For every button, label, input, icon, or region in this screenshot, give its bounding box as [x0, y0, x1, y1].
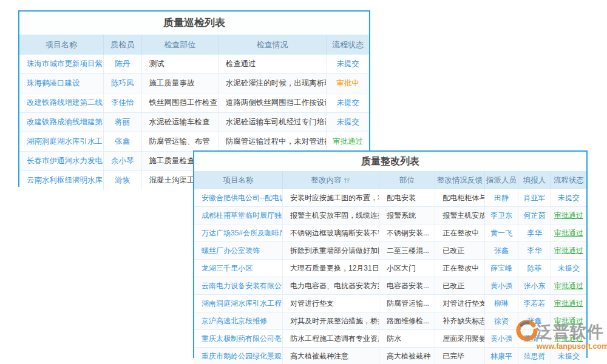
cell-project[interactable]: 湖南洞庭湖水库引水工... [19, 132, 104, 151]
cell-status[interactable]: 审批通过 [551, 224, 586, 241]
cell-part: 水泥砼运输车检查 [142, 113, 219, 132]
cell-reporter[interactable]: 陈菲 [518, 260, 551, 277]
cell-content: 对管进行垫支 [283, 295, 379, 312]
cell-project[interactable]: 珠海市城市更新项目紫... [19, 55, 104, 73]
cell-status[interactable]: 审批通过 [551, 242, 586, 259]
column-header-label: 整改内容 [311, 175, 341, 186]
cell-status[interactable]: 未提交 [327, 113, 369, 132]
cell-reporter[interactable]: 肖亚军 [518, 189, 551, 206]
cell-feedback: 屋面采用聚氨... [435, 330, 484, 347]
column-header-status: 流程状态 [551, 171, 586, 189]
table-row: 螺丝厂办公室装饰拆除到承重墙部分请做好加固...二至三楼混...已改正张鑫李华审… [194, 242, 586, 260]
cell-reporter[interactable]: 何芷茵 [518, 207, 551, 224]
column-header-label: 项目名称 [46, 39, 77, 50]
cell-part: 电容器安装... [379, 277, 435, 294]
cell-inspector[interactable]: 张鑫 [104, 132, 142, 151]
cell-project[interactable]: 重庆太极制药有限公司亳州中... [194, 330, 283, 347]
column-header-label: 流程状态 [554, 175, 584, 186]
cell-assignee[interactable]: 黄小强 [485, 330, 519, 347]
cell-project[interactable]: 安徽合肥供电公司--配电设备... [194, 189, 283, 206]
cell-content: 大理石质量更换，12月31日之... [283, 260, 379, 277]
cell-project[interactable]: 珠海鹤港口建设 [19, 74, 104, 93]
column-header-part: 检查部位 [142, 35, 219, 55]
column-header-content: 整改内容 [283, 171, 379, 189]
cell-project[interactable]: 万达广场35#会所及咖啡厅空... [194, 224, 283, 241]
cell-project[interactable]: 重庆市鹅岭公园绿化景观提升... [194, 348, 283, 364]
column-header-inspector: 质检员 [104, 35, 142, 55]
cell-assignee[interactable]: 黄小强 [485, 277, 519, 294]
cell-feedback: 补齐缺失标志... [435, 312, 484, 329]
cell-status[interactable]: 审批通过 [551, 277, 586, 294]
table-row: 湖南洞庭湖水库引水工...张鑫防腐管运输、布管防腐管运输过程中，未对管进行...… [19, 132, 369, 152]
cell-status[interactable]: 未提交 [327, 93, 369, 112]
cell-assignee[interactable]: 张鑫 [485, 242, 519, 259]
cell-part: 路面维修检... [379, 312, 435, 329]
rectification-table-header: 项目名称整改内容部位整改情况反馈指派人员填报人流程状态 [194, 171, 586, 189]
column-header-project: 项目名称 [19, 35, 104, 55]
cell-feedback: 已完毕 [435, 348, 484, 364]
cell-assignee[interactable]: 李卫东 [485, 207, 519, 224]
cell-feedback: 对管进行垫支 [435, 295, 484, 312]
table-row: 云南电力设备安装有限公司20...电力电容器、电抗器安装方案,...电容器安装.… [194, 277, 586, 295]
cell-status[interactable]: 审批通过 [551, 207, 586, 224]
cell-status[interactable]: 审批通过 [327, 132, 369, 151]
cell-assignee[interactable]: 柳琳 [485, 295, 519, 312]
cell-project[interactable]: 云南水利枢纽潜明水库... [19, 171, 104, 190]
cell-reporter[interactable]: 李若若 [518, 295, 551, 312]
cell-project[interactable]: 改建铁路成渝线增建第... [19, 113, 104, 132]
cell-project[interactable]: 改建铁路线增建第二线... [19, 93, 104, 112]
cell-project[interactable]: 湖南洞庭湖水库引水工程施工标 [194, 295, 283, 312]
column-header-label: 检查情况 [257, 39, 288, 50]
cell-part: 防水 [379, 330, 435, 347]
cell-status[interactable]: 未提交 [551, 189, 586, 206]
cell-assignee[interactable]: 黄一飞 [485, 224, 519, 241]
cell-situation: 水泥砼运输车司机经过专门培训... [219, 113, 327, 132]
fanpu-logo-icon [516, 320, 538, 344]
cell-status[interactable]: 审批通过 [551, 295, 586, 312]
cell-reporter[interactable]: 李华 [518, 242, 551, 259]
table-row: 改建铁路线增建第二线...李佳怡铁丝网围挡工作检查道路两侧铁丝网围挡工作按设计.… [19, 93, 369, 113]
column-header-feedback: 整改情况反馈 [435, 171, 484, 189]
cell-inspector[interactable]: 李佳怡 [104, 93, 142, 112]
table-row: 成都杜甫草堂临时展厅独立展...报警主机安放牢固，线缆连接...报警系统报警主机… [194, 207, 586, 224]
sort-icon[interactable] [344, 177, 350, 184]
cell-feedback: 正在整改中 [435, 260, 484, 277]
page: 质量巡检列表 项目名称质检员检查部位检查情况流程状态 珠海市城市更新项目紫...… [0, 0, 607, 364]
cell-status[interactable]: 未提交 [327, 55, 369, 73]
column-header-label: 指派人员 [486, 175, 517, 186]
cell-project[interactable]: 长春市伊通河水力发电... [19, 152, 104, 170]
cell-project[interactable]: 螺丝厂办公室装饰 [194, 242, 283, 259]
cell-part: 二至三楼混... [379, 242, 435, 259]
cell-assignee[interactable]: 薛宝峰 [485, 260, 519, 277]
cell-status[interactable]: 未提交 [551, 260, 586, 277]
cell-project[interactable]: 龙湖三千里小区 [194, 260, 283, 277]
cell-project[interactable]: 京沪高速北京段维修 [194, 312, 283, 329]
cell-inspector[interactable]: 余小琴 [104, 152, 142, 170]
cell-inspector[interactable]: 游恢 [104, 171, 142, 190]
column-header-label: 项目名称 [223, 175, 253, 186]
cell-situation: 道路两侧铁丝网围挡工作按设计... [219, 93, 327, 112]
cell-project[interactable]: 云南电力设备安装有限公司20... [194, 277, 283, 294]
table-row: 改建铁路成渝线增建第...蒋丽水泥砼运输车检查水泥砼运输车司机经过专门培训...… [19, 113, 369, 132]
cell-part: 小区大门 [379, 260, 435, 277]
cell-inspector[interactable]: 陈丹 [104, 55, 142, 73]
cell-situation: 水泥砼灌注的时候，出现离析现象 [219, 74, 327, 93]
column-header-label: 整改情况反馈 [437, 175, 483, 186]
cell-reporter[interactable]: 张小东 [518, 277, 551, 294]
cell-content: 不锈钢边框玻璃隔断安装不牢... [283, 224, 379, 241]
cell-status[interactable]: 审批中 [327, 74, 369, 93]
cell-assignee[interactable]: 林康平 [485, 348, 519, 364]
cell-assignee[interactable]: 徐贤 [485, 312, 519, 329]
cell-inspector[interactable]: 蒋丽 [104, 113, 142, 132]
cell-assignee[interactable]: 田静 [485, 189, 519, 206]
cell-reporter[interactable]: 李华 [518, 224, 551, 241]
cell-feedback: 配电柜柜体与... [435, 189, 484, 206]
table-row: 安徽合肥供电公司--配电设备...安装时应按施工图的布置，将...配电安装配电柜… [194, 189, 586, 207]
cell-content: 对其及时开展整治措施，桥头... [283, 312, 379, 329]
rectification-table-title: 质量整改列表 [194, 152, 586, 171]
table-row: 龙湖三千里小区大理石质量更换，12月31日之...小区大门正在整改中薛宝峰陈菲未… [194, 260, 586, 277]
cell-content: 高大植被栽种注意 [283, 348, 379, 364]
cell-inspector[interactable]: 陈巧凤 [104, 74, 142, 93]
cell-part: 铁丝网围挡工作检查 [142, 93, 219, 112]
cell-project[interactable]: 成都杜甫草堂临时展厅独立展... [194, 207, 283, 224]
